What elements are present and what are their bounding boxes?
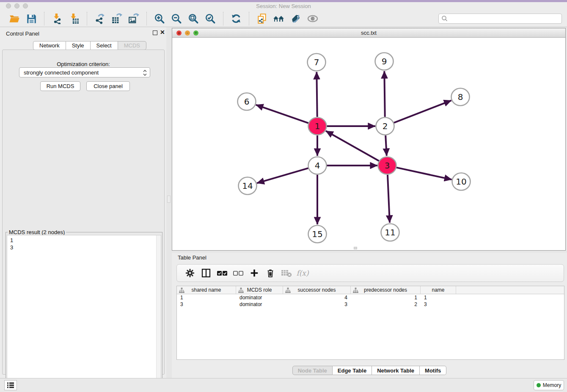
cell-successor-nodes[interactable]: 3 [283, 301, 351, 308]
refresh-layout-icon[interactable] [230, 12, 242, 25]
deselect-all-checkboxes-icon[interactable] [232, 267, 245, 279]
network-window-titlebar[interactable]: x − + scc.txt [172, 28, 565, 38]
function-builder-icon[interactable]: f(x) [296, 267, 309, 279]
resize-grip[interactable] [354, 247, 357, 249]
edge-1-6[interactable] [256, 105, 308, 123]
cell-MCDS-role[interactable]: dominator [236, 294, 283, 301]
settings-gear-icon[interactable] [184, 267, 196, 279]
cell-name[interactable]: 3 [421, 301, 456, 308]
copy-annotations-icon[interactable] [256, 12, 268, 25]
mcds-result-group: MCDS result (2 nodes) 13 [6, 232, 162, 390]
show-graphics-eye-icon[interactable] [306, 12, 319, 25]
column-header-shared-name[interactable]: shared name [177, 286, 236, 294]
export-table-icon[interactable] [110, 12, 123, 25]
panel-splitter-handle[interactable] [167, 196, 171, 203]
node-11[interactable]: 11 [381, 224, 399, 241]
edge-1-7[interactable] [317, 72, 317, 117]
network-canvas[interactable]: 7968124314101511 [172, 38, 565, 250]
tab-network-table[interactable]: Network Table [372, 366, 420, 375]
column-header-MCDS-role[interactable]: MCDS role [236, 286, 283, 294]
open-file-icon[interactable] [8, 12, 21, 25]
node-6[interactable]: 6 [238, 93, 256, 110]
tab-mcds[interactable]: MCDS [118, 41, 146, 50]
search-box[interactable] [438, 14, 562, 24]
tab-select[interactable]: Select [91, 41, 118, 50]
network-graph[interactable]: 7968124314101511 [172, 38, 565, 251]
column-header-successor-nodes[interactable]: successor nodes [283, 286, 351, 294]
cell-shared-name[interactable]: 3 [177, 301, 236, 308]
svg-text:4: 4 [315, 160, 320, 171]
zoom-in-icon[interactable] [153, 12, 166, 25]
cell-successor-nodes[interactable]: 4 [283, 294, 351, 301]
optimization-criterion-label: Optimization criterion: [3, 61, 164, 67]
search-input[interactable] [448, 14, 561, 23]
cell-name[interactable]: 1 [421, 294, 456, 301]
node-1[interactable]: 1 [308, 118, 327, 135]
table-panel: Table Panel ✕ f(x) [172, 253, 567, 378]
tab-motifs[interactable]: Motifs [420, 366, 446, 375]
node-3[interactable]: 3 [378, 157, 396, 174]
float-panel-icon[interactable] [153, 30, 157, 35]
edge-2-9[interactable] [384, 71, 385, 117]
node-9[interactable]: 9 [375, 53, 394, 70]
node-10[interactable]: 10 [452, 173, 471, 190]
home-layout-icon[interactable] [272, 12, 285, 25]
save-session-icon[interactable] [25, 12, 38, 25]
memory-status-icon [537, 383, 541, 387]
node-table[interactable]: shared nameMCDS rolesuccessor nodesprede… [176, 286, 564, 360]
search-icon [441, 15, 448, 22]
titlebar: Session: New Session [0, 2, 567, 10]
export-network-icon[interactable] [94, 12, 106, 25]
hide-labels-icon[interactable] [289, 12, 302, 25]
close-panel-icon[interactable]: ✕ [160, 29, 165, 35]
cell-predecessor-nodes[interactable]: 2 [351, 301, 421, 308]
edge-2-3[interactable] [385, 135, 387, 156]
import-network-icon[interactable] [51, 12, 63, 25]
zoom-selected-icon[interactable] [204, 12, 217, 25]
delete-table-icon[interactable] [280, 267, 293, 279]
run-mcds-button[interactable]: Run MCDS [40, 81, 80, 91]
edges-layer [256, 71, 452, 224]
table-row[interactable]: 1dominator411 [177, 294, 564, 301]
edge-4-14[interactable] [257, 168, 308, 183]
tab-node-table[interactable]: Node Table [292, 366, 333, 375]
cell-predecessor-nodes[interactable]: 1 [351, 294, 421, 301]
node-14[interactable]: 14 [239, 177, 257, 195]
cell-MCDS-role[interactable]: dominator [236, 301, 283, 308]
node-4[interactable]: 4 [308, 157, 327, 174]
cell-shared-name[interactable]: 1 [177, 294, 236, 301]
edge-3-10[interactable] [396, 168, 451, 179]
result-scrollbar[interactable] [156, 235, 161, 389]
node-2[interactable]: 2 [376, 118, 394, 135]
node-8[interactable]: 8 [451, 88, 470, 106]
main-toolbar [0, 10, 567, 27]
select-all-checkboxes-icon[interactable] [216, 267, 228, 279]
node-15[interactable]: 15 [308, 226, 327, 243]
zoom-fit-icon[interactable] [187, 12, 200, 25]
column-header-predecessor-nodes[interactable]: predecessor nodes [351, 286, 421, 294]
network-window-title: scc.txt [172, 30, 565, 36]
export-image-icon[interactable] [127, 12, 140, 25]
table-row[interactable]: 3dominator323 [177, 301, 564, 308]
task-history-button[interactable] [4, 380, 17, 390]
tab-network[interactable]: Network [33, 41, 66, 50]
show-columns-icon[interactable] [200, 267, 212, 279]
edge-3-11[interactable] [388, 175, 390, 223]
zoom-out-icon[interactable] [170, 12, 183, 25]
memory-button[interactable]: Memory [534, 380, 564, 390]
node-7[interactable]: 7 [308, 54, 326, 71]
tab-edge-table[interactable]: Edge Table [333, 366, 372, 375]
tab-style[interactable]: Style [66, 41, 91, 50]
edge-3-1[interactable] [326, 131, 379, 161]
column-header-name[interactable]: name [421, 286, 456, 294]
mcds-result-textarea[interactable]: 13 [7, 235, 161, 389]
edge-2-8[interactable] [394, 100, 451, 123]
add-column-icon[interactable] [248, 267, 261, 279]
table-header-row: shared nameMCDS rolesuccessor nodesprede… [177, 286, 564, 294]
delete-column-icon[interactable] [264, 267, 277, 279]
close-panel-button[interactable]: Close panel [86, 81, 130, 91]
optimization-criterion-select[interactable]: strongly connected component [19, 67, 150, 77]
control-panel: Control Panel ✕ NetworkStyleSelectMCDS O… [0, 27, 166, 378]
network-view-window: x − + scc.txt 7968124314101511 [172, 28, 566, 251]
import-table-icon[interactable] [68, 12, 80, 25]
